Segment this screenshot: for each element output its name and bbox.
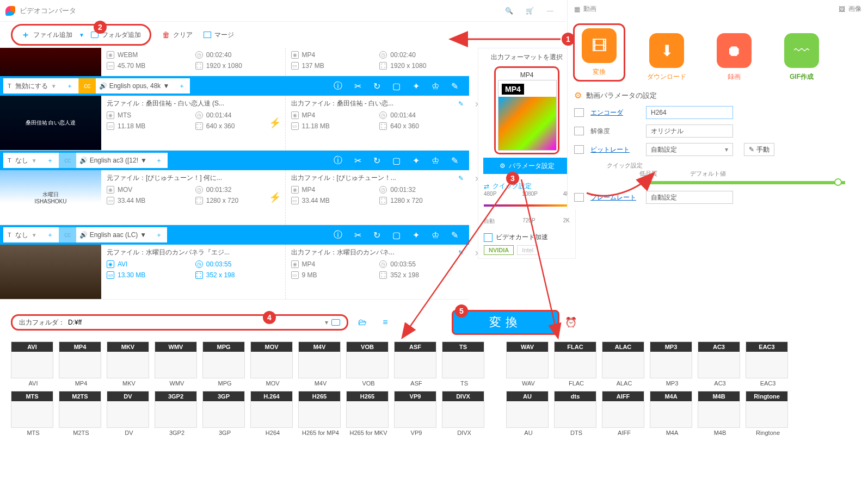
convert-button[interactable]: 変換 [452, 310, 559, 335]
browse-folder-icon[interactable] [331, 319, 340, 326]
selected-format-box[interactable]: MP4 MP4 [494, 66, 559, 154]
audio-track-select[interactable]: 🔊 English opus, 48k▼ [96, 78, 173, 94]
crop-icon[interactable]: ▢ [392, 155, 401, 166]
format-cell[interactable]: VP9VP9 [394, 391, 439, 436]
manual-button[interactable]: ✎ 手動 [744, 143, 774, 156]
format-cell[interactable]: H.264H264 [250, 391, 295, 436]
format-cell[interactable]: RingtoneRingtone [746, 391, 790, 436]
framerate-label[interactable]: フレームレート [590, 193, 639, 202]
subtitle-select[interactable]: Tなし▼ [3, 153, 41, 168]
watermark-icon[interactable]: ♔ [432, 81, 439, 91]
minimize-icon[interactable]: — [542, 3, 558, 19]
format-cell[interactable]: AVIAVI [11, 341, 56, 387]
format-cell[interactable]: DVDV [107, 391, 151, 436]
rotate-icon[interactable]: ↻ [373, 230, 380, 240]
add-file-button[interactable]: ＋ ファイル追加 [21, 29, 72, 41]
format-cell[interactable]: MKVMKV [107, 341, 151, 387]
audio-track-select[interactable]: 🔊 English aac (LC)▼ [76, 227, 150, 242]
add-audio-button[interactable]: ＋ [173, 78, 190, 94]
cut-icon[interactable]: ✂ [354, 155, 361, 166]
cc-button[interactable]: cc [59, 227, 76, 242]
edit-icon[interactable]: ✎ [451, 155, 458, 166]
format-cell[interactable]: MOVMOV [250, 341, 295, 387]
quality-slider[interactable] [639, 181, 845, 184]
add-subtitle-button[interactable]: ＋ [61, 78, 78, 94]
encoder-label[interactable]: エンコーダ [590, 108, 639, 117]
bitrate-select[interactable]: 自動設定▾ [646, 143, 733, 156]
effect-icon[interactable]: ✦ [413, 230, 420, 240]
format-cell[interactable]: M4AM4A [650, 391, 694, 436]
mode-convert[interactable]: 🎞変換 [573, 23, 625, 82]
tab-video[interactable]: ▦ 動画 [574, 4, 596, 14]
format-cell[interactable]: WMVWMV [155, 341, 199, 387]
crop-icon[interactable]: ▢ [392, 81, 401, 91]
format-cell[interactable]: AIFFAIFF [602, 391, 647, 436]
cc-button[interactable]: cc [59, 153, 76, 168]
format-cell[interactable]: dtsDTS [554, 391, 599, 436]
mode-download[interactable]: ⬇ダウンロード [641, 33, 693, 82]
format-cell[interactable]: MTSMTS [11, 391, 56, 436]
edit-name-icon[interactable]: ✎ [458, 175, 464, 182]
clear-button[interactable]: 🗑 クリア [162, 30, 193, 40]
audio-track-select[interactable]: 🔊 English ac3 ([12!▼ [76, 153, 150, 168]
format-cell[interactable]: MP4MP4 [59, 341, 103, 387]
info-icon[interactable]: ⓘ [334, 155, 342, 166]
format-cell[interactable]: H265H265 for MKV [346, 391, 391, 436]
framerate-select[interactable]: 自動設定 [646, 191, 733, 204]
info-icon[interactable]: ⓘ [334, 229, 342, 241]
format-cell[interactable]: EAC3EAC3 [746, 341, 790, 387]
format-cell[interactable]: 3GP3GP [202, 391, 247, 436]
thumbnail[interactable]: 桑田佳祐 白い恋人達 [0, 96, 101, 150]
edit-icon[interactable]: ✎ [451, 230, 458, 240]
cut-icon[interactable]: ✂ [354, 81, 361, 91]
add-audio-button[interactable]: ＋ [150, 153, 168, 168]
format-cell[interactable]: M4VM4V [298, 341, 343, 387]
format-cell[interactable]: VOBVOB [346, 341, 391, 387]
folder-dropdown-icon[interactable]: ▾ [325, 319, 328, 326]
cart-icon[interactable]: 🛒 [521, 3, 538, 19]
list-button[interactable]: ≡ [377, 315, 394, 330]
format-cell[interactable]: DIVXDIVX [442, 391, 487, 436]
parameter-settings-button[interactable]: ⚙ パラメータ設定 [483, 158, 570, 174]
mode-gif[interactable]: 〰GIF作成 [775, 33, 828, 82]
effect-icon[interactable]: ✦ [413, 81, 420, 91]
format-cell[interactable]: FLACFLAC [554, 341, 599, 387]
encoder-select[interactable]: H264 [646, 106, 733, 119]
format-cell[interactable]: AC3AC3 [698, 341, 742, 387]
merge-button[interactable]: マージ [204, 30, 234, 40]
mode-record[interactable]: ⏺録画 [708, 33, 760, 82]
effect-icon[interactable]: ✦ [413, 155, 420, 166]
add-file-caret-icon[interactable]: ▼ [79, 32, 84, 38]
info-icon[interactable]: ⓘ [334, 80, 342, 92]
subtitle-select[interactable]: T無効にする▼ [3, 78, 61, 94]
add-audio-button[interactable]: ＋ [150, 227, 167, 242]
add-subtitle-button[interactable]: ＋ [41, 227, 59, 242]
cut-icon[interactable]: ✂ [354, 230, 361, 240]
format-cell[interactable]: TSTS [442, 341, 487, 387]
format-cell[interactable]: M4BM4B [698, 391, 742, 436]
format-cell[interactable]: WAVWAV [506, 341, 551, 387]
bitrate-label[interactable]: ビットレート [590, 145, 639, 154]
format-cell[interactable]: AUAU [506, 391, 551, 436]
rotate-icon[interactable]: ↻ [373, 155, 380, 166]
subtitle-select[interactable]: Tなし▼ [3, 227, 41, 242]
tab-image[interactable]: 🖼 画像 [839, 4, 861, 14]
thumbnail[interactable] [0, 48, 101, 76]
resolution-select[interactable]: オリジナル [646, 124, 733, 138]
output-folder-input[interactable] [68, 319, 322, 326]
edit-name-icon[interactable]: ✎ [458, 249, 464, 257]
open-folder-button[interactable]: 🗁 [354, 315, 371, 330]
rotate-icon[interactable]: ↻ [373, 81, 380, 91]
search-icon[interactable]: 🔍 [501, 3, 517, 19]
format-cell[interactable]: ASFASF [394, 341, 439, 387]
schedule-icon[interactable]: ⏰ [565, 316, 577, 328]
format-cell[interactable]: MPGMPG [202, 341, 247, 387]
watermark-icon[interactable]: ♔ [432, 230, 439, 240]
add-subtitle-button[interactable]: ＋ [41, 153, 59, 168]
format-cell[interactable]: ALACALAC [602, 341, 647, 387]
edit-icon[interactable]: ✎ [451, 81, 458, 91]
format-cell[interactable]: M2TSM2TS [59, 391, 103, 436]
cc-button[interactable]: cc [78, 78, 96, 94]
format-cell[interactable]: H265H265 for MP4 [298, 391, 343, 436]
thumbnail[interactable]: 水曜日ISHASHOKU [0, 170, 101, 225]
